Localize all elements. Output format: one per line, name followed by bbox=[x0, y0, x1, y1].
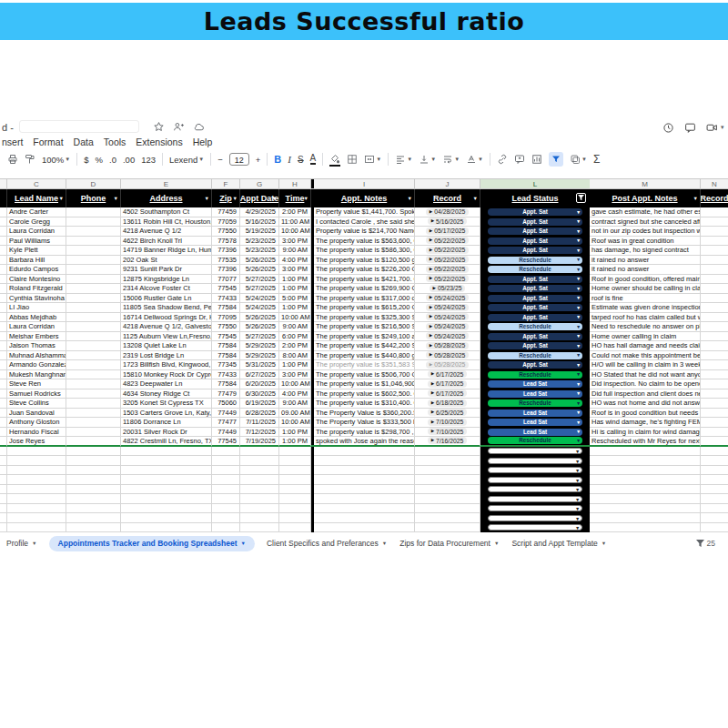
cell-lead-status[interactable]: ▾ bbox=[480, 447, 590, 457]
dropdown-caret-icon[interactable]: ▾ bbox=[577, 218, 580, 226]
cell-zip[interactable]: 75060 bbox=[212, 399, 240, 409]
cell-phone[interactable] bbox=[66, 437, 121, 447]
cell-post-appt-notes[interactable]: Roof was in great condition bbox=[590, 237, 701, 247]
cell-address[interactable]: 16714 Dellwood Springs Dr, Ho bbox=[121, 313, 212, 323]
cell-phone[interactable] bbox=[66, 379, 121, 389]
record-chip[interactable]: ▶6/17/2025 bbox=[428, 389, 468, 397]
lead-status-pill[interactable]: ▾ bbox=[488, 448, 582, 454]
cell-phone[interactable] bbox=[66, 351, 121, 361]
cell-address[interactable]: 12875 Kingsbridge Ln bbox=[121, 275, 212, 285]
lead-status-pill[interactable]: Lead Sat▾ bbox=[488, 429, 582, 436]
cell-appt-date[interactable]: 5/24/2025 bbox=[240, 294, 279, 304]
cell-appt-notes[interactable]: The property value is $249,100 ap bbox=[314, 332, 415, 342]
star-icon[interactable] bbox=[153, 121, 165, 133]
cell-appt-notes[interactable]: The property value is $351,583 Sp bbox=[314, 360, 415, 370]
dropdown-caret-icon[interactable]: ▾ bbox=[577, 247, 580, 254]
cell-post-appt-notes[interactable] bbox=[590, 523, 701, 533]
cell-appt-date[interactable]: 5/29/2025 bbox=[240, 341, 279, 351]
dropdown-caret-icon[interactable]: ▾ bbox=[577, 380, 580, 388]
strikethrough-button[interactable]: S bbox=[298, 155, 304, 165]
cell-address[interactable]: 4823 Deepwater Ln bbox=[121, 379, 212, 389]
filter-caret-icon[interactable]: ▼ bbox=[114, 196, 118, 201]
record-chip[interactable]: ▶05/24/2025 bbox=[426, 323, 470, 330]
record-chip[interactable]: ▶6/17/2025 bbox=[428, 380, 468, 388]
dropdown-caret-icon[interactable]: ▾ bbox=[577, 228, 580, 235]
column-letter-h[interactable]: H bbox=[279, 179, 311, 188]
cell-post-appt-notes[interactable]: HO Stated that he did not want anyone bbox=[590, 370, 701, 380]
cell-time[interactable]: 3:00 PM bbox=[279, 265, 311, 275]
cell-lead-status[interactable]: ▾ bbox=[480, 523, 590, 533]
cell-time[interactable]: 2:00 PM bbox=[279, 341, 311, 351]
italic-button[interactable]: I bbox=[288, 154, 291, 165]
lead-status-pill[interactable]: ▾ bbox=[488, 515, 582, 521]
header-zip[interactable]: Zip▼ bbox=[212, 189, 240, 207]
cell-time[interactable]: 1:00 PM bbox=[279, 284, 311, 294]
dropdown-caret-icon[interactable]: ▾ bbox=[576, 486, 579, 492]
cell-lead-status[interactable]: ▾ bbox=[480, 494, 590, 504]
cell-record-2[interactable] bbox=[701, 418, 728, 428]
functions-button[interactable]: Σ bbox=[593, 153, 600, 166]
cell-record[interactable]: ▶05/22/2025 bbox=[415, 256, 480, 266]
camera-caret-icon[interactable]: ▾ bbox=[721, 124, 724, 131]
cell-appt-date[interactable] bbox=[240, 466, 279, 476]
column-letter-c[interactable]: C bbox=[7, 179, 66, 188]
cell-appt-notes[interactable]: The property value is $586,300, G bbox=[314, 246, 415, 256]
active-filter-funnel-icon[interactable] bbox=[576, 193, 586, 203]
cell-appt-date[interactable]: 5/26/2025 bbox=[240, 265, 279, 275]
dropdown-caret-icon[interactable]: ▾ bbox=[577, 276, 580, 283]
record-chip[interactable]: ▶05/22/2025 bbox=[426, 237, 470, 244]
cell-time[interactable]: 4:00 PM bbox=[279, 389, 311, 399]
cell-phone[interactable] bbox=[66, 370, 121, 380]
cell-phone[interactable] bbox=[66, 265, 121, 275]
cell-lead-status[interactable]: Appt. Sat▾ bbox=[480, 207, 590, 217]
cell-appt-date[interactable]: 5/26/2025 bbox=[240, 256, 279, 266]
cell-lead-name[interactable]: Steve Collins bbox=[7, 399, 66, 409]
cell-time[interactable] bbox=[279, 485, 311, 495]
cell-zip[interactable]: 77477 bbox=[212, 418, 240, 428]
cell-appt-notes[interactable]: The property value is $226,200 G bbox=[314, 265, 415, 275]
cell-lead-name[interactable]: Hernando Fiscal bbox=[7, 428, 66, 438]
cell-record-2[interactable] bbox=[701, 341, 728, 351]
header-time[interactable]: Time▼ bbox=[279, 189, 311, 207]
cell-lead-status[interactable]: Appt. Sat▾ bbox=[480, 360, 590, 370]
cell-record-2[interactable] bbox=[701, 447, 728, 457]
cell-appt-date[interactable]: 6/28/2025 bbox=[240, 409, 279, 419]
cell-lead-status[interactable]: Lead Sat▾ bbox=[480, 389, 590, 399]
cell-zip[interactable] bbox=[212, 523, 240, 533]
cell-record-2[interactable] bbox=[701, 332, 728, 342]
cell-zip[interactable]: 77545 bbox=[212, 332, 240, 342]
cell-appt-date[interactable]: 7/19/2025 bbox=[240, 437, 279, 447]
cell-time[interactable]: 9:00 AM bbox=[279, 322, 311, 332]
cell-post-appt-notes[interactable] bbox=[590, 447, 701, 457]
cell-appt-notes[interactable]: The Property Value is $360,200.S bbox=[314, 409, 415, 419]
cell-appt-notes[interactable]: spoked with Jose again the reaso bbox=[314, 437, 415, 447]
cell-time[interactable]: 1:00 PM bbox=[279, 303, 311, 313]
cell-zip[interactable]: 77433 bbox=[212, 294, 240, 304]
cell-appt-date[interactable]: 5/26/2025 bbox=[240, 313, 279, 323]
record-chip[interactable]: ▶05/28/2025 bbox=[426, 342, 470, 349]
tab-profile[interactable]: Profile▼ bbox=[0, 539, 44, 548]
cell-post-appt-notes[interactable] bbox=[590, 475, 701, 485]
dropdown-caret-icon[interactable]: ▾ bbox=[577, 429, 580, 436]
header-phone[interactable]: Phone▼ bbox=[66, 189, 121, 207]
lead-status-pill[interactable]: Lead Sat▾ bbox=[488, 390, 582, 398]
cell-lead-status[interactable]: Appt. Sat▾ bbox=[480, 284, 590, 294]
cell-post-appt-notes[interactable]: it rained no answer bbox=[590, 256, 701, 266]
dropdown-caret-icon[interactable]: ▾ bbox=[576, 505, 579, 511]
lead-status-pill[interactable]: Appt. Sat▾ bbox=[488, 314, 582, 321]
lead-status-pill[interactable]: Lead Sat▾ bbox=[488, 419, 582, 426]
cell-appt-notes[interactable] bbox=[314, 523, 415, 533]
cell-time[interactable]: 3:00 PM bbox=[279, 237, 311, 247]
cell-post-appt-notes[interactable]: Estimate was given drone inspection bbox=[590, 303, 701, 313]
cell-appt-notes[interactable]: The property value is $563,600, G bbox=[314, 237, 415, 247]
cell-zip[interactable]: 77550 bbox=[212, 322, 240, 332]
cell-lead-name[interactable]: Jaison Thomas bbox=[7, 341, 66, 351]
cell-record[interactable] bbox=[415, 513, 480, 523]
cell-time[interactable]: 11:00 AM bbox=[279, 217, 311, 228]
cell-appt-date[interactable]: 6/19/2025 bbox=[240, 399, 279, 409]
lead-status-pill[interactable]: ▾ bbox=[488, 467, 582, 473]
cell-address[interactable]: 11805 Sea Shadow Bend, Pear bbox=[121, 303, 212, 313]
cell-record-2[interactable] bbox=[701, 237, 728, 247]
header-address[interactable]: Address▼ bbox=[121, 189, 212, 207]
cell-zip[interactable]: 77077 bbox=[212, 275, 240, 285]
